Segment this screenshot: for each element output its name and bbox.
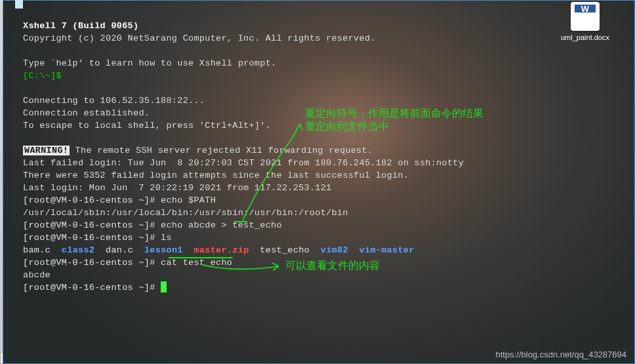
warning-badge: WARNING! (23, 146, 70, 155)
ls-item: lesson1 (144, 245, 183, 255)
terminal-output[interactable]: Xshell 7 (Build 0065) Copyright (c) 2020… (23, 7, 629, 294)
cursor (161, 281, 167, 293)
last-login-line: Last login: Mon Jun 7 20:22:19 2021 from… (23, 183, 331, 193)
terminal-frame: W uml_paint.docx Xshell 7 (Build 0065) C… (3, 0, 635, 364)
cat-output: abcde (23, 270, 51, 280)
prompt-3: [root@VM-0-16-centos ~]# (23, 233, 161, 243)
cmd-ls: ls (161, 233, 172, 243)
last-failed-line: Last failed login: Tue Jun 8 20:27:03 CS… (23, 158, 464, 168)
local-prompt: [C:\~]$ (23, 71, 62, 81)
ls-item: vim-master (359, 245, 415, 255)
ls-item: dan.c (106, 245, 133, 255)
prompt-5: [root@VM-0-16-centos ~]# (23, 283, 161, 293)
title-line: Xshell 7 (Build 0065) (23, 21, 138, 31)
ls-item: bam.c (23, 245, 51, 255)
failed-attempts-line: There were 5352 failed login attempts si… (23, 171, 409, 180)
ls-output: bam.c class2 dan.c lesson1 master.zip te… (23, 245, 415, 255)
ls-item: class2 (62, 245, 94, 255)
prompt-4: [root@VM-0-16-centos ~]# (23, 258, 161, 268)
connecting-line: Connecting to 106.52.35.188:22... (23, 96, 205, 106)
ls-item: vim82 (321, 245, 348, 255)
help-line: Type `help' to learn how to use Xshell p… (23, 58, 276, 68)
established-line: Connection established. (23, 108, 150, 118)
escape-line: To escape to local shell, press 'Ctrl+Al… (23, 121, 271, 131)
watermark: https://blog.csdn.net/qq_43287694 (496, 350, 627, 359)
tab-handle[interactable] (15, 0, 23, 9)
cmd-cat: cat test_echo (161, 258, 232, 268)
path-output: /usr/local/sbin:/usr/local/bin:/usr/sbin… (23, 208, 348, 218)
cmd-echo-redirect: echo abcde > test_echo (161, 220, 282, 230)
cmd-echo-path: echo $PATH (161, 195, 216, 205)
ls-item: test_echo (260, 245, 310, 255)
warning-rest: The remote SSH server rejected X11 forwa… (70, 146, 373, 155)
prompt-1: [root@VM-0-16-centos ~]# (23, 195, 161, 205)
ls-item: master.zip (194, 245, 249, 255)
prompt-2: [root@VM-0-16-centos ~]# (23, 220, 161, 230)
copyright-line: Copyright (c) 2020 NetSarang Computer, I… (23, 33, 376, 43)
